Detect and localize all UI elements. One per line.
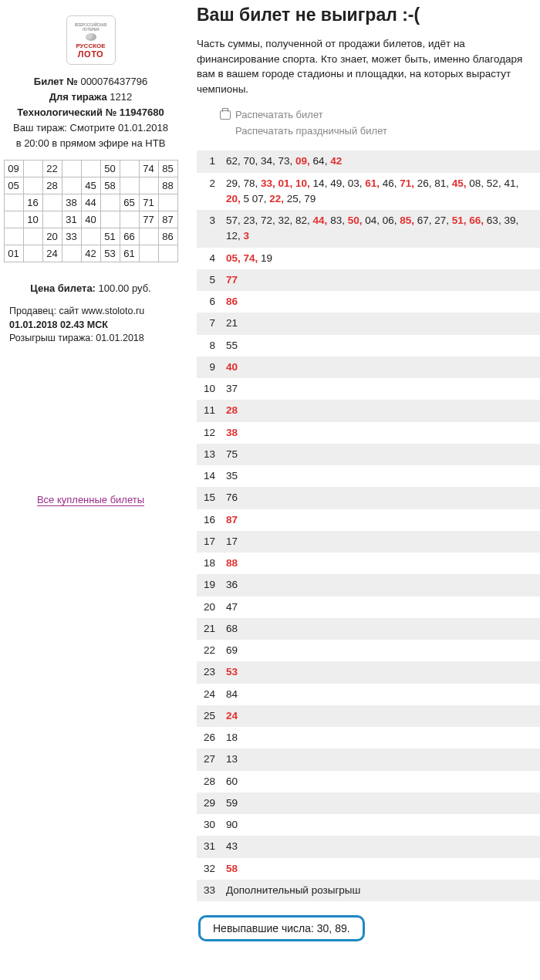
draw-row: 1375: [197, 444, 540, 465]
row-values: 75: [226, 447, 238, 462]
row-number: 30: [197, 817, 226, 833]
tech-line: Технологический № 11947680: [3, 106, 178, 118]
print-holiday-link[interactable]: Распечатать праздничный билет: [235, 125, 540, 137]
grid-cell: [62, 245, 81, 262]
print-icon: [220, 110, 231, 120]
row-values: 13: [226, 752, 238, 767]
row-number: 7: [197, 316, 226, 331]
grid-cell: 40: [81, 211, 100, 228]
grid-cell: [4, 211, 23, 228]
row-number: 20: [197, 600, 226, 615]
draw-row: 2047: [197, 596, 540, 618]
price-value: 100.00 руб.: [99, 282, 151, 294]
grid-cell: 53: [100, 245, 120, 262]
row-values: 53: [226, 664, 238, 680]
row-number: 2: [197, 176, 226, 191]
row-values: 84: [226, 687, 238, 702]
grid-cell: 65: [120, 194, 139, 211]
draw-rows: 162, 70, 34, 73, 09, 64, 42229, 78, 33, …: [197, 150, 540, 901]
row-values: 58: [226, 861, 238, 877]
row-number: 21: [197, 621, 226, 637]
draw-row: 3258: [197, 858, 540, 880]
grid-cell: 51: [100, 228, 120, 245]
row-values: 69: [226, 643, 238, 658]
grid-cell: 45: [81, 177, 100, 194]
grid-cell: [120, 211, 139, 228]
draw-row: 2860: [197, 771, 540, 792]
grid-cell: [4, 228, 23, 245]
row-values: 77: [226, 272, 238, 288]
purchase-time: 01.01.2018 02.43 МСК: [9, 319, 172, 333]
grid-cell: 22: [42, 161, 62, 177]
grid-cell: 66: [120, 228, 139, 245]
grid-cell: 28: [42, 177, 62, 194]
draw-row: 1037: [197, 378, 540, 400]
print-ticket-link[interactable]: Распечатать билет: [220, 109, 540, 120]
draw-date: Розыгрыш тиража: 01.01.2018: [9, 332, 172, 346]
row-number: 15: [197, 490, 226, 505]
grid-cell: 20: [42, 228, 62, 245]
main-content: Ваш билет не выиграл :-( Часть суммы, по…: [181, 0, 540, 957]
draw-row: 1936: [197, 574, 540, 596]
grid-cell: [23, 177, 42, 194]
logo-top-text: ВСЕРОССИЙСКАЯ ЛОТЕРЕЯ: [67, 22, 115, 32]
draw-row: 855: [197, 335, 540, 357]
grid-cell: 58: [100, 177, 120, 194]
grid-cell: 71: [139, 194, 158, 211]
row-number: 32: [197, 861, 226, 877]
row-number: 16: [197, 512, 226, 528]
row-number: 11: [197, 403, 226, 418]
row-number: 4: [197, 251, 226, 266]
grid-cell: 01: [4, 245, 23, 262]
row-values: 60: [226, 774, 238, 789]
draw-row: 2524: [197, 705, 540, 727]
draw-row: 2959: [197, 792, 540, 814]
draw-row: 2484: [197, 684, 540, 705]
grid-cell: 44: [81, 194, 100, 211]
row-values: 28: [226, 403, 238, 418]
draw-row: 2353: [197, 661, 540, 683]
grid-cell: [139, 228, 158, 245]
result-title: Ваш билет не выиграл :-(: [197, 5, 540, 25]
row-number: 3: [197, 213, 226, 228]
grid-cell: [139, 245, 158, 262]
row-number: 33: [197, 883, 226, 898]
draw-row: 229, 78, 33, 01, 10, 14, 49, 03, 61, 46,…: [197, 173, 540, 211]
grid-cell: 42: [81, 245, 100, 262]
draw-row: 577: [197, 269, 540, 291]
grid-cell: 10: [23, 211, 42, 228]
draw-row: 357, 23, 72, 32, 82, 44, 83, 50, 04, 06,…: [197, 210, 540, 248]
row-values: 43: [226, 839, 238, 854]
grid-cell: [100, 211, 120, 228]
grid-cell: 16: [23, 194, 42, 211]
grid-cell: 05: [4, 177, 23, 194]
grid-cell: [100, 194, 120, 211]
row-number: 19: [197, 577, 226, 593]
draw-row: 721: [197, 313, 540, 334]
coins-icon: [86, 33, 96, 41]
row-values: 62, 70, 34, 73, 09, 64, 42: [226, 154, 342, 169]
row-number: 18: [197, 556, 226, 571]
grid-cell: [81, 228, 100, 245]
row-values: 68: [226, 621, 238, 637]
row-values: 59: [226, 796, 238, 811]
grid-cell: 09: [4, 161, 23, 177]
draw-row: 3143: [197, 836, 540, 857]
grid-cell: [42, 211, 62, 228]
row-values: 87: [226, 512, 238, 528]
grid-cell: [139, 177, 158, 194]
grid-cell: [42, 194, 62, 211]
grid-cell: [23, 245, 42, 262]
ticket-number-line: Билет № 000076437796: [3, 76, 178, 87]
row-number: 1: [197, 154, 226, 169]
price-label: Цена билета:: [30, 282, 96, 294]
row-number: 29: [197, 796, 226, 811]
all-tickets-link[interactable]: Все купленные билеты: [37, 494, 144, 506]
draw-row: 33Дополнительный розыгрыш: [197, 880, 540, 901]
draw-number: 1212: [110, 91, 132, 103]
row-values: 36: [226, 577, 238, 593]
draw-row: 2168: [197, 618, 540, 640]
grid-cell: 61: [120, 245, 139, 262]
logo-line1: РУССКОЕ: [76, 42, 105, 49]
row-values: 18: [226, 730, 238, 745]
